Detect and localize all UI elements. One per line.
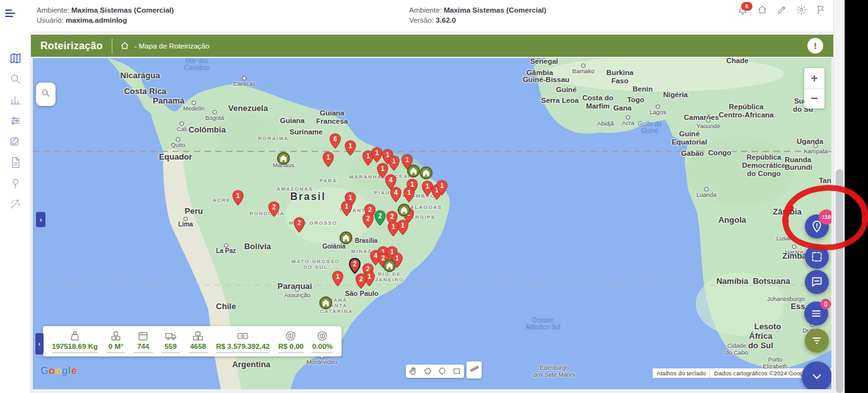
map-label: Medelín xyxy=(183,105,205,112)
stat-value: 4658 xyxy=(190,343,206,350)
hand-tool-icon[interactable] xyxy=(408,367,418,376)
keyboard-shortcuts-link[interactable]: Atalhos do teclado xyxy=(653,368,710,378)
map-label: Luanda xyxy=(696,192,716,199)
sidebar-item-chart[interactable] xyxy=(0,91,31,112)
stat-underline xyxy=(106,352,125,353)
svg-text:1: 1 xyxy=(375,150,379,156)
map-label: AMAZONAS xyxy=(276,187,313,192)
cluster-pin-2[interactable]: 2 xyxy=(268,201,280,220)
cluster-pin-1[interactable]: 1 xyxy=(341,201,353,219)
map-label: Equador xyxy=(159,153,193,162)
scrollbar-thumb[interactable] xyxy=(836,169,843,393)
top-header: Ambiente: Maxima Sistemas (Comercial) Us… xyxy=(0,0,845,32)
rectangle-tool-icon[interactable] xyxy=(452,367,461,376)
map-label: Lusaka xyxy=(776,235,796,242)
bell-icon[interactable]: 6 xyxy=(737,4,749,16)
map-label: Argentina xyxy=(232,360,271,370)
cluster-pin-1[interactable]: 1 xyxy=(323,151,335,170)
cluster-pin-6[interactable]: 6 xyxy=(330,133,342,151)
measure-tool-button[interactable] xyxy=(467,361,482,378)
google-letter: o xyxy=(49,365,55,376)
pencil-icon[interactable] xyxy=(776,4,788,16)
sidebar-item-wand[interactable] xyxy=(0,195,31,216)
version-info: Ambiente: Maxima Sistemas (Comercial) Ve… xyxy=(409,5,546,25)
cluster-pin-2[interactable]: 2 xyxy=(374,210,386,228)
gear-icon[interactable] xyxy=(796,4,807,16)
chat-fab-button[interactable] xyxy=(805,270,829,294)
city-dot xyxy=(705,187,709,192)
cluster-pin-4[interactable]: 4 xyxy=(390,187,402,205)
map-label: Johanesburgo xyxy=(767,296,805,303)
map-icon xyxy=(9,52,21,67)
ambiente-value-2: Maxima Sistemas (Comercial) xyxy=(444,6,546,14)
sidebar-item-edit[interactable] xyxy=(0,132,31,153)
sidebar-item-search[interactable] xyxy=(0,70,31,91)
home-icon[interactable] xyxy=(757,4,768,16)
map-label: Brasília xyxy=(355,237,378,244)
hamburger-menu-icon[interactable] xyxy=(5,9,15,18)
cluster-pin-1[interactable]: 1 xyxy=(388,155,400,173)
svg-text:2: 2 xyxy=(359,276,363,283)
cluster-pin-1[interactable]: 1 xyxy=(403,187,415,205)
filter-fab-button[interactable] xyxy=(805,329,829,353)
notification-badge: 6 xyxy=(741,2,752,11)
sidebar-item-file[interactable] xyxy=(0,153,31,174)
map-label: Abidjã xyxy=(597,120,614,127)
cluster-pin-1[interactable]: 1 xyxy=(388,221,400,239)
map-label: Chade xyxy=(726,58,748,64)
map-label: Acra xyxy=(622,120,634,127)
map-label: RORAIMA xyxy=(258,136,289,142)
depot-marker[interactable] xyxy=(276,151,290,168)
weight-icon xyxy=(69,330,81,342)
city-dot xyxy=(792,245,797,249)
chevron-fab-button[interactable] xyxy=(802,361,831,389)
depot-marker[interactable] xyxy=(407,164,420,180)
circle-tool-icon[interactable] xyxy=(437,367,447,376)
flag-icon[interactable] xyxy=(816,4,827,16)
svg-text:1: 1 xyxy=(345,203,348,210)
depot-marker[interactable] xyxy=(339,231,353,247)
home-breadcrumb-icon[interactable] xyxy=(120,41,129,50)
cluster-pin-2[interactable]: 2 xyxy=(362,213,374,231)
stat-coin-7: 0.00% xyxy=(312,330,333,353)
svg-text:2: 2 xyxy=(272,204,276,211)
map-search-button[interactable] xyxy=(36,83,56,106)
package-icon xyxy=(137,330,149,342)
totals-bar: 197518.69 Kg0 M³7445594658R$ 3.579.392,4… xyxy=(43,326,342,356)
breadcrumb: - Mapa de Roteirização xyxy=(134,42,210,50)
stat-underline xyxy=(312,352,333,353)
polygon-tool-icon[interactable] xyxy=(423,367,432,376)
sidebar-item-pin[interactable] xyxy=(0,174,31,195)
city-dot xyxy=(656,105,660,109)
map-canvas[interactable]: Mar das CaraíbasGolfo da GuinéOceano Atl… xyxy=(33,58,831,389)
map-label: Serra Leoa xyxy=(541,97,578,105)
depot-marker[interactable] xyxy=(383,259,396,275)
stat-underline xyxy=(216,352,270,353)
svg-text:1: 1 xyxy=(366,153,370,160)
zoom-out-button[interactable]: − xyxy=(804,89,824,109)
cluster-pin-1[interactable]: 1 xyxy=(232,190,244,208)
map-label: Costa do Marfim xyxy=(582,94,613,110)
depot-marker[interactable] xyxy=(419,166,433,182)
cluster-pin-1[interactable]: 1 xyxy=(345,140,357,158)
selection-fab-button[interactable] xyxy=(805,245,829,269)
map-label: Guiné xyxy=(556,86,577,94)
cluster-pin-1[interactable]: 1 xyxy=(332,271,344,289)
cluster-pin-1[interactable]: 1 xyxy=(436,180,448,198)
map-label: Bamako xyxy=(573,68,595,75)
map-label: PARÁ xyxy=(319,179,337,184)
list-fab-badge: 0 xyxy=(821,299,831,310)
zoom-in-button[interactable]: + xyxy=(804,68,824,89)
open-side-panel-button[interactable]: › xyxy=(36,212,45,227)
sidebar-item-map[interactable] xyxy=(0,49,31,70)
google-logo[interactable]: Google xyxy=(40,365,77,377)
svg-text:1: 1 xyxy=(425,183,429,190)
cluster-pin-2[interactable]: 2 xyxy=(355,273,367,291)
stats-collapse-button[interactable]: ‹ xyxy=(35,333,44,355)
cluster-pin-2[interactable]: 2 xyxy=(294,217,306,235)
depot-marker[interactable] xyxy=(397,203,411,220)
map-label: Lesoto xyxy=(754,322,782,332)
depot-marker[interactable] xyxy=(319,296,333,312)
alert-button[interactable]: ! xyxy=(807,38,823,54)
sidebar-item-sliders[interactable] xyxy=(0,112,31,132)
